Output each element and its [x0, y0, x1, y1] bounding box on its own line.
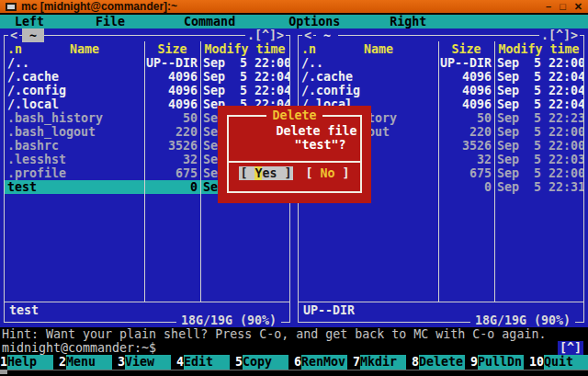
fkey-delete[interactable]: 8Delete [412, 355, 470, 370]
fkey-number: 9 [470, 355, 478, 370]
column-separator [200, 41, 201, 302]
fkey-label: Menu [66, 355, 112, 370]
yes-button[interactable]: [ Yes ] [239, 166, 292, 180]
window-title: mc [midnight@commander]:~ [21, 0, 177, 14]
file-row[interactable]: /.cache4096Sep 5 22:04 [5, 70, 289, 84]
fkey-number: 6 [294, 355, 301, 370]
dialog-divider [229, 161, 360, 163]
panels-area: < ~ .[^]> .n Name Size Modify time /..UP… [0, 28, 588, 327]
history-back-icon[interactable]: < [302, 28, 313, 42]
panel-controls-icon[interactable]: .[^]> [245, 28, 286, 42]
window-titlebar: mc [midnight@commander]:~ – □ ✕ [0, 0, 588, 15]
menu-bar: Left File Command Options Right [0, 15, 588, 28]
mini-status-divider [299, 302, 583, 302]
file-row[interactable]: /..UP--DIRSep 5 22:00 [5, 56, 289, 70]
no-label: No [321, 166, 335, 180]
fkey-view[interactable]: 3View [118, 355, 176, 370]
file-row[interactable]: /.config4096Sep 5 22:04 [299, 84, 583, 97]
close-button[interactable]: ✕ [574, 0, 582, 14]
column-header-mtime[interactable]: Modify time [494, 42, 583, 56]
fkey-number: 7 [353, 355, 360, 370]
file-row[interactable]: /.cache4096Sep 5 22:04 [299, 70, 583, 84]
fkey-label: Edit [184, 355, 230, 370]
disk-usage: 18G/19G (90%) [470, 313, 575, 327]
column-separator [494, 41, 495, 302]
shell-prompt-line: midnight@commander:~$ [^] [0, 341, 588, 355]
panel-path[interactable]: ~ [22, 28, 44, 42]
fkey-label: View [125, 355, 171, 370]
dialog-title: Delete [266, 108, 322, 122]
disk-usage: 18G/19G (90%) [176, 313, 281, 327]
resize-notch [0, 370, 7, 374]
fkey-pulldn[interactable]: 9PullDn [470, 355, 529, 370]
panel-controls-icon[interactable]: .[^]> [539, 28, 580, 42]
file-row[interactable]: /.config4096Sep 5 22:04 [5, 84, 289, 97]
dialog-message-line2: "test"? [269, 138, 371, 152]
fkey-help[interactable]: 1Help [0, 355, 59, 370]
scroll-up-indicator[interactable]: [^] [558, 341, 583, 355]
column-header-name[interactable]: Name [319, 42, 438, 56]
column-header-size[interactable]: Size [438, 42, 494, 56]
maximize-button[interactable]: □ [560, 0, 566, 14]
minimize-button[interactable]: – [546, 0, 551, 14]
fkey-label: PullDn [478, 355, 524, 370]
fkey-renmov[interactable]: 6RenMov [294, 355, 353, 370]
column-header-mtime[interactable]: Modify time [200, 42, 289, 56]
fkey-label: Delete [419, 355, 465, 370]
fkey-label: Quit [544, 355, 588, 370]
fkey-label: Help [7, 355, 53, 370]
fkey-menu[interactable]: 2Menu [59, 355, 118, 370]
fkey-number: 3 [118, 355, 125, 370]
menu-file[interactable]: File [96, 15, 125, 28]
column-separator [144, 41, 145, 302]
fkey-copy[interactable]: 5Copy [235, 355, 294, 370]
fkey-quit[interactable]: 10Quit [529, 355, 588, 370]
column-header-size[interactable]: Size [144, 42, 200, 56]
dialog-message-line1: Delete file [262, 124, 371, 138]
fkey-edit[interactable]: 4Edit [176, 355, 235, 370]
terminal-icon [6, 3, 17, 11]
fkey-number: 10 [529, 355, 544, 370]
sort-indicator[interactable]: .n [299, 42, 319, 56]
sort-indicator[interactable]: .n [5, 42, 25, 56]
fkey-mkdir[interactable]: 7Mkdir [353, 355, 412, 370]
delete-dialog: Delete Delete file "test"? [ Yes ] [ No … [218, 106, 371, 203]
hint-line: Hint: Want your plain shell? Press C-o, … [0, 327, 588, 341]
fkey-number: 1 [0, 355, 7, 370]
fkey-number: 5 [235, 355, 243, 370]
column-header-name[interactable]: Name [25, 42, 144, 56]
menu-right[interactable]: Right [390, 15, 426, 28]
fkey-label: RenMov [301, 355, 347, 370]
fkey-label: Mkdir [360, 355, 406, 370]
shell-prompt[interactable]: midnight@commander:~$ [2, 341, 156, 355]
fkey-number: 8 [412, 355, 419, 370]
menu-left[interactable]: Left [15, 15, 44, 28]
menu-options[interactable]: Options [288, 15, 340, 28]
panel-path[interactable]: ~ [316, 28, 338, 42]
history-back-icon[interactable]: < [8, 28, 19, 42]
fkey-label: Copy [243, 355, 288, 370]
column-separator [438, 41, 439, 302]
fkey-number: 2 [59, 355, 66, 370]
no-button[interactable]: [ No ] [306, 166, 350, 180]
function-key-bar: 1Help2Menu3View4Edit5Copy6RenMov7Mkdir8D… [0, 355, 588, 370]
window-bottom-edge [0, 370, 588, 374]
mini-status-divider [5, 302, 289, 302]
fkey-number: 4 [176, 355, 184, 370]
terminal-window: mc [midnight@commander]:~ – □ ✕ Left Fil… [0, 0, 588, 376]
menu-command[interactable]: Command [184, 15, 235, 28]
file-row[interactable]: /..UP--DIRSep 5 22:00 [299, 56, 583, 70]
